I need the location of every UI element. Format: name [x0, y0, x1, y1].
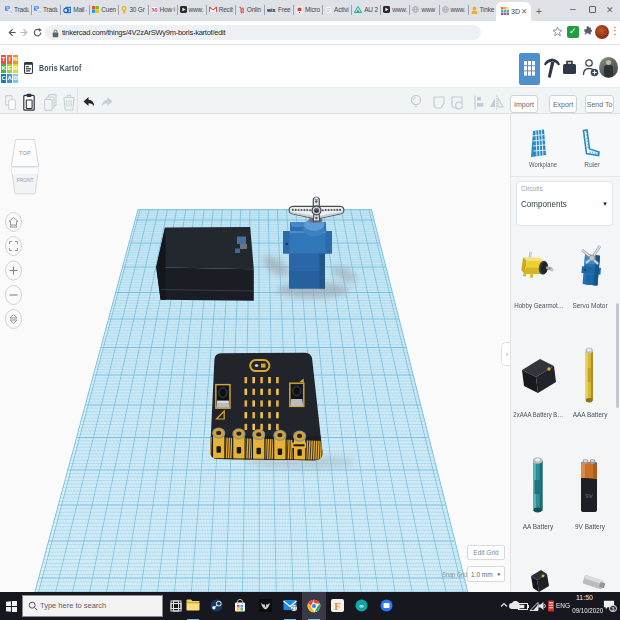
svg-text:FRONT: FRONT: [16, 177, 33, 183]
svg-text:G: G: [9, 9, 12, 13]
svg-text:G: G: [38, 9, 41, 13]
svg-text:M: M: [151, 7, 157, 13]
svg-text:wix: wix: [267, 7, 276, 13]
svg-text:∞: ∞: [360, 603, 364, 609]
svg-text:9V: 9V: [585, 493, 592, 499]
svg-text:TOP: TOP: [19, 150, 31, 156]
svg-text:F: F: [334, 600, 341, 612]
svg-text:27: 27: [291, 605, 297, 611]
